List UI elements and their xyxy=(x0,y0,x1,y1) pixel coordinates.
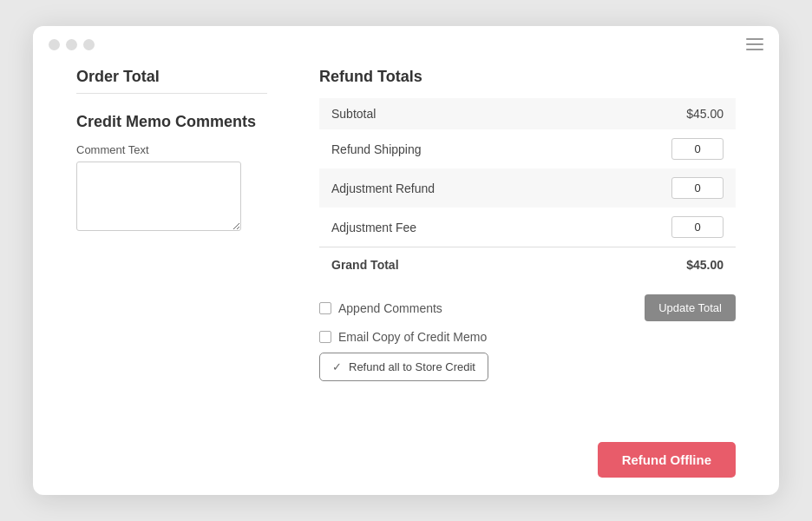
subtotal-value: $45.00 xyxy=(569,98,736,129)
adjustment-refund-input[interactable] xyxy=(671,177,724,199)
main-window: Order Total Credit Memo Comments Comment… xyxy=(33,26,779,495)
refund-shipping-input[interactable] xyxy=(671,138,724,160)
refund-shipping-cell xyxy=(569,129,736,168)
append-comments-checkbox[interactable] xyxy=(319,302,331,314)
options-section: Append Comments Update Total Email Copy … xyxy=(319,282,736,381)
adjustment-fee-label: Adjustment Fee xyxy=(319,208,569,247)
titlebar xyxy=(33,26,779,59)
adjustment-fee-cell xyxy=(569,208,736,247)
bottom-area: Refund Offline xyxy=(33,416,779,495)
traffic-light-minimize xyxy=(66,39,77,50)
main-content: Order Total Credit Memo Comments Comment… xyxy=(33,59,779,416)
refund-totals-label: Refund Totals xyxy=(319,68,736,86)
refund-shipping-label: Refund Shipping xyxy=(319,129,569,168)
totals-table: Subtotal $45.00 Refund Shipping Adjustme… xyxy=(319,98,736,282)
email-copy-row: Email Copy of Credit Memo xyxy=(319,330,736,344)
adjustment-refund-cell xyxy=(569,168,736,208)
append-comments-row: Append Comments Update Total xyxy=(319,294,736,321)
update-total-button[interactable]: Update Total xyxy=(645,294,736,321)
store-credit-button[interactable]: ✓ Refund all to Store Credit xyxy=(319,353,488,381)
comment-text-label: Comment Text xyxy=(76,143,267,156)
checkmark-icon: ✓ xyxy=(332,360,342,373)
grand-total-label: Grand Total xyxy=(319,247,569,283)
store-credit-label: Refund all to Store Credit xyxy=(349,360,475,373)
grand-total-row: Grand Total $45.00 xyxy=(319,247,736,283)
comment-textarea[interactable] xyxy=(76,162,241,231)
subtotal-label: Subtotal xyxy=(319,98,569,129)
email-copy-label: Email Copy of Credit Memo xyxy=(338,330,487,344)
table-row: Adjustment Refund xyxy=(319,168,736,208)
traffic-light-maximize xyxy=(83,39,95,50)
table-row: Refund Shipping xyxy=(319,129,736,168)
grand-total-value: $45.00 xyxy=(569,247,736,283)
table-row: Subtotal $45.00 xyxy=(319,98,736,129)
right-panel: Refund Totals Subtotal $45.00 Refund Shi… xyxy=(319,68,736,390)
traffic-lights xyxy=(49,39,95,50)
store-credit-row: ✓ Refund all to Store Credit xyxy=(319,353,736,381)
refund-offline-button[interactable]: Refund Offline xyxy=(598,442,736,478)
append-comments-label: Append Comments xyxy=(338,301,442,315)
table-row: Adjustment Fee xyxy=(319,208,736,247)
order-total-label: Order Total xyxy=(76,68,267,94)
credit-memo-comments-label: Credit Memo Comments xyxy=(76,113,267,131)
adjustment-refund-label: Adjustment Refund xyxy=(319,168,569,208)
hamburger-icon[interactable] xyxy=(746,38,763,50)
email-copy-checkbox[interactable] xyxy=(319,331,331,343)
left-panel: Order Total Credit Memo Comments Comment… xyxy=(76,68,267,390)
adjustment-fee-input[interactable] xyxy=(671,216,724,238)
traffic-light-close xyxy=(49,39,60,50)
